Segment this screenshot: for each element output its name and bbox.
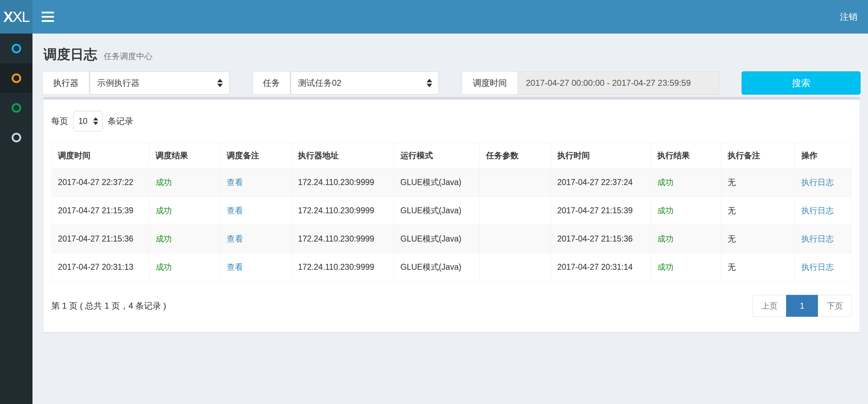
col-header-executor-address: 执行器地址 — [291, 143, 394, 168]
col-header-glue-type: 运行模式 — [394, 143, 479, 168]
cell-job-param — [480, 197, 551, 225]
sidebar-toggle-button[interactable] — [32, 0, 64, 34]
cell-handle-msg: 无 — [721, 197, 795, 225]
page-length-prefix: 每页 — [51, 115, 68, 127]
cell-handle-time: 2017-04-27 20:31:14 — [551, 253, 650, 281]
page-title: 调度日志 — [43, 47, 97, 62]
cell-trigger-result: 成功 — [149, 197, 220, 225]
trigger-time-range-input[interactable] — [518, 71, 719, 95]
col-header-trigger-time: 调度时间 — [52, 143, 149, 168]
cell-executor-address: 172.24.110.230:9999 — [291, 253, 394, 281]
col-header-handle-time: 执行时间 — [551, 143, 650, 168]
schedule-log-table: 调度时间 调度结果 调度备注 执行器地址 运行模式 任务参数 执行时间 执行结果… — [51, 143, 852, 281]
select-updown-icon — [93, 117, 98, 125]
table-header-row: 调度时间 调度结果 调度备注 执行器地址 运行模式 任务参数 执行时间 执行结果… — [52, 143, 852, 168]
cell-job-param — [480, 225, 551, 253]
cell-trigger-time: 2017-04-27 22:37:22 — [52, 168, 149, 197]
cell-executor-address: 172.24.110.230:9999 — [291, 197, 394, 225]
col-header-trigger-result: 调度结果 — [149, 143, 220, 168]
col-header-action: 操作 — [795, 143, 852, 168]
exec-log-link[interactable]: 执行日志 — [801, 262, 834, 272]
log-table-panel: 每页 10 条记录 调度时间 调度结果 调度备注 执行器地址 运行模式 任务参数… — [43, 97, 860, 332]
pagination-prev-button[interactable]: 上页 — [753, 295, 786, 317]
cell-glue-type: GLUE模式(Java) — [394, 168, 479, 197]
col-header-handle-result: 执行结果 — [651, 143, 721, 168]
circle-o-icon — [12, 44, 21, 53]
search-button[interactable]: 搜索 — [742, 71, 861, 95]
cell-trigger-result: 成功 — [149, 225, 220, 253]
cell-trigger-result: 成功 — [149, 253, 220, 281]
executor-select[interactable]: 示例执行器 — [90, 71, 230, 95]
sidebar-item-3[interactable] — [0, 93, 32, 123]
sidebar-item-4[interactable] — [0, 123, 32, 152]
col-header-trigger-msg: 调度备注 — [220, 143, 292, 168]
hamburger-icon — [42, 12, 54, 22]
select-updown-icon — [427, 79, 432, 87]
cell-glue-type: GLUE模式(Java) — [394, 197, 479, 225]
cell-glue-type: GLUE模式(Java) — [394, 253, 479, 281]
trigger-msg-link[interactable]: 查看 — [227, 262, 243, 272]
pagination-next-button[interactable]: 下页 — [818, 295, 852, 317]
page-subtitle: 任务调度中心 — [103, 52, 152, 61]
app-logo[interactable]: XXL — [0, 0, 32, 34]
exec-log-link[interactable]: 执行日志 — [801, 178, 834, 187]
cell-trigger-time: 2017-04-27 21:15:39 — [52, 197, 149, 225]
sidebar — [0, 34, 32, 404]
cell-handle-msg: 无 — [721, 253, 795, 281]
cell-handle-result: 成功 — [651, 168, 721, 197]
col-header-job-param: 任务参数 — [480, 143, 551, 168]
sidebar-item-2-active[interactable] — [0, 63, 32, 93]
page-length-control: 每页 10 条记录 — [51, 111, 852, 131]
trigger-time-filter-group: 调度时间 — [462, 71, 719, 95]
job-filter-label: 任务 — [252, 71, 290, 95]
cell-handle-result: 成功 — [651, 225, 721, 253]
cell-executor-address: 172.24.110.230:9999 — [291, 168, 394, 197]
exec-log-link[interactable]: 执行日志 — [801, 234, 834, 243]
select-updown-icon — [217, 79, 223, 87]
job-filter-group: 任务 测试任务02 — [252, 71, 439, 95]
logo-text-rest: XL — [12, 8, 29, 25]
main-content: 调度日志 任务调度中心 执行器 示例执行器 任务 测试任务02 调度时间 搜索 — [32, 34, 868, 404]
cell-glue-type: GLUE模式(Java) — [394, 225, 479, 253]
page-length-value: 10 — [78, 117, 88, 126]
top-navbar: XXL 注销 — [0, 0, 868, 34]
trigger-msg-link[interactable]: 查看 — [227, 206, 243, 215]
pagination-control: 上页 1 下页 — [753, 295, 852, 317]
table-row: 2017-04-27 21:15:36 成功 查看 172.24.110.230… — [52, 225, 852, 253]
circle-o-icon — [12, 73, 21, 83]
content-header: 调度日志 任务调度中心 — [32, 34, 868, 71]
executor-filter-label: 执行器 — [42, 71, 89, 95]
cell-trigger-result: 成功 — [149, 168, 220, 197]
cell-handle-msg: 无 — [721, 225, 795, 253]
page-length-suffix: 条记录 — [108, 115, 133, 127]
sidebar-item-1[interactable] — [0, 34, 32, 63]
job-select[interactable]: 测试任务02 — [291, 71, 439, 95]
navbar-spacer — [64, 0, 829, 34]
logo-text-bold: X — [3, 8, 12, 25]
page-length-select[interactable]: 10 — [73, 111, 103, 131]
circle-o-icon — [12, 103, 21, 113]
table-row: 2017-04-27 20:31:13 成功 查看 172.24.110.230… — [52, 253, 852, 281]
trigger-msg-link[interactable]: 查看 — [227, 234, 243, 243]
circle-o-icon — [12, 133, 21, 142]
cell-trigger-time: 2017-04-27 20:31:13 — [52, 253, 149, 281]
trigger-msg-link[interactable]: 查看 — [227, 178, 243, 187]
cell-trigger-time: 2017-04-27 21:15:36 — [52, 225, 149, 253]
table-row: 2017-04-27 22:37:22 成功 查看 172.24.110.230… — [52, 168, 852, 197]
cell-handle-time: 2017-04-27 21:15:36 — [551, 225, 650, 253]
job-select-value: 测试任务02 — [298, 77, 341, 89]
trigger-time-filter-label: 调度时间 — [462, 71, 518, 95]
cell-handle-time: 2017-04-27 22:37:24 — [551, 168, 650, 197]
filter-toolbar: 执行器 示例执行器 任务 测试任务02 调度时间 搜索 — [42, 71, 861, 95]
cell-executor-address: 172.24.110.230:9999 — [291, 225, 394, 253]
col-header-handle-msg: 执行备注 — [721, 143, 795, 168]
executor-filter-group: 执行器 示例执行器 — [42, 71, 230, 95]
exec-log-link[interactable]: 执行日志 — [801, 206, 834, 215]
logout-link[interactable]: 注销 — [829, 0, 868, 34]
pagination-page-1-button[interactable]: 1 — [786, 295, 818, 317]
cell-job-param — [480, 253, 551, 281]
executor-select-value: 示例执行器 — [97, 77, 139, 89]
cell-handle-result: 成功 — [651, 197, 721, 225]
pagination-info: 第 1 页 ( 总共 1 页，4 条记录 ) — [51, 300, 753, 311]
table-row: 2017-04-27 21:15:39 成功 查看 172.24.110.230… — [52, 197, 852, 225]
